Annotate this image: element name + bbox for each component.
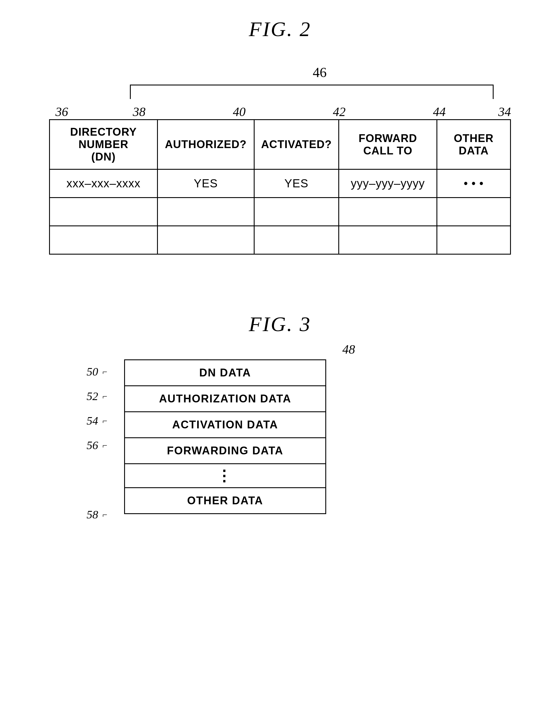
table-header-row: DIRECTORYNUMBER(DN) AUTHORIZED? ACTIVATE… xyxy=(50,120,511,169)
col-ref-act-area: 40 xyxy=(230,104,330,119)
col-ref-other-area: 44 xyxy=(430,104,488,119)
table-row xyxy=(50,198,511,226)
header-auth: AUTHORIZED? xyxy=(157,120,254,169)
cell-auth-2 xyxy=(157,198,254,226)
fig3-cell-auth: AUTHORIZATION DATA xyxy=(125,386,326,412)
cell-act-1: YES xyxy=(254,169,339,198)
cell-dn-3 xyxy=(50,226,158,254)
fig3-row-dn: DN DATA xyxy=(125,360,326,386)
ref-56: 56 ⌐ xyxy=(87,438,107,452)
ref-50: 50 ⌐ xyxy=(87,365,107,378)
cell-fwd-1: yyy–yyy–yyyy xyxy=(339,169,437,198)
ref-46-label: 46 xyxy=(313,64,327,80)
fig3-row-auth: AUTHORIZATION DATA xyxy=(125,386,326,412)
cell-dn-1: xxx–xxx–xxxx xyxy=(50,169,158,198)
cell-other-1: • • • xyxy=(437,169,511,198)
cell-fwd-3 xyxy=(339,226,437,254)
fig3-cell-dots1: ⋮ xyxy=(125,464,326,488)
brace-bracket xyxy=(130,85,494,99)
ref-36: 36 xyxy=(49,105,68,119)
brace-46-area: 46 xyxy=(130,64,511,99)
cell-other-2 xyxy=(437,198,511,226)
ref-58: 58 ⌐ xyxy=(87,508,107,521)
table-row xyxy=(50,226,511,254)
ref-44: 44 xyxy=(433,105,446,119)
ref-42: 42 xyxy=(333,105,346,119)
col-ref-auth-area: 38 xyxy=(130,104,230,119)
fig3-cell-act: ACTIVATION DATA xyxy=(125,412,326,438)
cell-fwd-2 xyxy=(339,198,437,226)
ref-54-area: 54 ⌐ xyxy=(87,408,107,433)
fig3-row-dots1: ⋮ xyxy=(125,464,326,488)
ref-50-area: 50 ⌐ xyxy=(87,359,107,384)
col-ref-34-area: 34 xyxy=(488,104,511,119)
column-refs-row: 36 38 40 42 44 34 xyxy=(49,99,511,119)
cell-auth-1: YES xyxy=(157,169,254,198)
header-dn: DIRECTORYNUMBER(DN) xyxy=(50,120,158,169)
fig3-row-other: OTHER DATA xyxy=(125,488,326,514)
fig3-table: DN DATA AUTHORIZATION DATA ACTIVATION DA… xyxy=(124,359,326,514)
cell-act-2 xyxy=(254,198,339,226)
ref-48-label: 48 xyxy=(342,342,355,357)
fig3-section: FIG. 3 48 50 ⌐ 52 ⌐ 54 ⌐ 56 ⌐ xyxy=(23,312,537,514)
header-fwd: FORWARDCALL TO xyxy=(339,120,437,169)
fig2-table-area: DIRECTORYNUMBER(DN) AUTHORIZED? ACTIVATE… xyxy=(49,119,511,255)
cell-auth-3 xyxy=(157,226,254,254)
fig2-title: FIG. 2 xyxy=(23,17,537,41)
fig3-cell-fwd: FORWARDING DATA xyxy=(125,438,326,464)
fig3-row-act: ACTIVATION DATA xyxy=(125,412,326,438)
ref-54: 54 ⌐ xyxy=(87,414,107,428)
ref-52-area: 52 ⌐ xyxy=(87,384,107,408)
fig2-diagram: 46 36 38 40 42 44 34 xyxy=(49,64,511,255)
ref-dots-area xyxy=(87,458,107,502)
fig2-title-area: FIG. 2 xyxy=(23,17,537,41)
ref-52: 52 ⌐ xyxy=(87,389,107,403)
header-other: OTHERDATA xyxy=(437,120,511,169)
table-row: xxx–xxx–xxxx YES YES yyy–yyy–yyyy • • • xyxy=(50,169,511,198)
cell-act-3 xyxy=(254,226,339,254)
fig2-table: DIRECTORYNUMBER(DN) AUTHORIZED? ACTIVATE… xyxy=(49,119,511,255)
fig3-title: FIG. 3 xyxy=(23,312,537,336)
fig3-row-fwd: FORWARDING DATA xyxy=(125,438,326,464)
fig3-cell-other: OTHER DATA xyxy=(125,488,326,514)
fig3-cell-dn: DN DATA xyxy=(125,360,326,386)
ref-56-area: 56 ⌐ xyxy=(87,433,107,458)
header-act: ACTIVATED? xyxy=(254,120,339,169)
col-ref-fwd-area: 42 xyxy=(330,104,430,119)
ref-38: 38 xyxy=(133,105,145,119)
cell-other-3 xyxy=(437,226,511,254)
fig3-row-refs: 50 ⌐ 52 ⌐ 54 ⌐ 56 ⌐ 58 ⌐ xyxy=(87,359,107,527)
cell-dn-2 xyxy=(50,198,158,226)
col-ref-dn-area: 36 xyxy=(49,104,130,119)
table-wrapper: DIRECTORYNUMBER(DN) AUTHORIZED? ACTIVATE… xyxy=(49,119,511,255)
ref-34: 34 xyxy=(498,105,511,119)
ref-40: 40 xyxy=(233,105,246,119)
ref-58-area: 58 ⌐ xyxy=(87,502,107,527)
fig3-diagram: 48 50 ⌐ 52 ⌐ 54 ⌐ 56 ⌐ 58 ⌐ xyxy=(124,359,326,514)
